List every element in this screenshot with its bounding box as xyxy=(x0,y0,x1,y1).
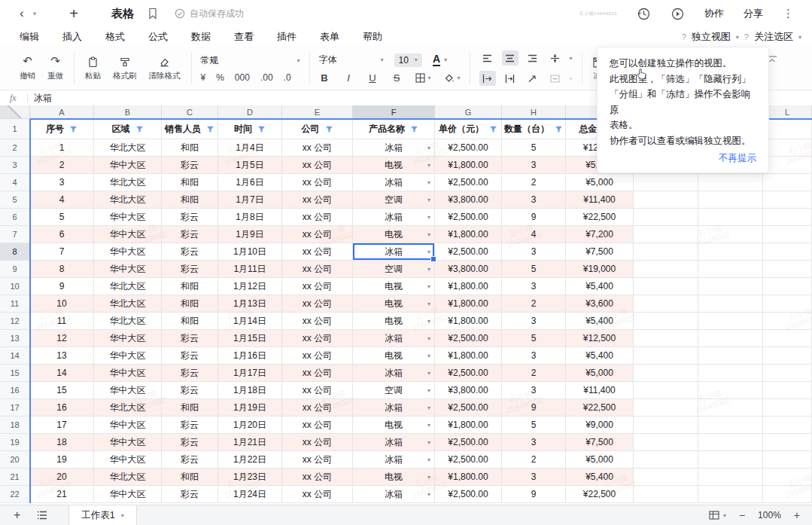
text-rotate-button[interactable] xyxy=(525,71,541,86)
font-color-button[interactable]: A▾ xyxy=(433,53,447,66)
cell-dropdown-caret-icon[interactable]: ▾ xyxy=(427,491,430,498)
column-header-D[interactable]: D xyxy=(218,105,282,119)
cell-L17[interactable] xyxy=(763,399,812,417)
cell-I19[interactable]: ¥7,500 xyxy=(566,434,634,451)
cell-L10[interactable] xyxy=(763,278,812,295)
cell-G3[interactable]: ¥1,800.00 xyxy=(435,157,502,174)
header-cell-E1[interactable]: 公司 xyxy=(282,119,353,139)
cell-A9[interactable]: 8 xyxy=(30,261,94,278)
row-header-8[interactable]: 8 xyxy=(0,243,30,261)
cell-H14[interactable]: 3 xyxy=(502,347,566,365)
cell-D20[interactable]: 1月22日 xyxy=(218,451,282,469)
cell-J10[interactable] xyxy=(634,278,698,295)
cell-L20[interactable] xyxy=(763,451,812,469)
cell-I17[interactable]: ¥22,500 xyxy=(566,399,634,417)
cell-K18[interactable] xyxy=(698,417,763,434)
cell-C6[interactable]: 彩云 xyxy=(162,209,218,226)
cell-dropdown-caret-icon[interactable]: ▾ xyxy=(427,162,430,169)
row-header-15[interactable]: 15 xyxy=(0,365,30,382)
cell-J20[interactable] xyxy=(634,451,698,469)
zoom-in-button[interactable]: + xyxy=(794,509,800,521)
cell-F16[interactable]: 空调▾ xyxy=(353,382,435,399)
cell-B5[interactable]: 华北大区 xyxy=(94,191,162,209)
cell-L16[interactable] xyxy=(763,382,812,399)
cell-E6[interactable]: xx 公司 xyxy=(282,209,353,226)
cell-D13[interactable]: 1月15日 xyxy=(218,330,282,347)
cell-B7[interactable]: 华中大区 xyxy=(94,226,162,243)
cell-G14[interactable]: ¥1,800.00 xyxy=(435,347,502,365)
cell-F18[interactable]: 电视▾ xyxy=(353,417,435,434)
cell-G12[interactable]: ¥1,800.00 xyxy=(435,313,502,330)
cell-dropdown-caret-icon[interactable]: ▾ xyxy=(427,439,430,446)
follow-selection-button[interactable]: 关注选区 xyxy=(754,30,793,44)
cell-D8[interactable]: 1月10日 xyxy=(218,243,282,261)
strikethrough-button[interactable]: S xyxy=(391,72,403,84)
cell-B2[interactable]: 华北大区 xyxy=(94,139,162,157)
cell-K17[interactable] xyxy=(698,399,763,417)
cell-L8[interactable] xyxy=(763,243,812,261)
cell-E5[interactable]: xx 公司 xyxy=(282,191,353,209)
cell-B13[interactable]: 华中大区 xyxy=(94,330,162,347)
row-header-18[interactable]: 18 xyxy=(0,417,30,434)
column-header-E[interactable]: E xyxy=(282,105,353,119)
cell-dropdown-caret-icon[interactable]: ▾ xyxy=(427,214,430,221)
cell-E7[interactable]: xx 公司 xyxy=(282,226,353,243)
cell-E18[interactable]: xx 公司 xyxy=(282,417,353,434)
cell-F20[interactable]: 冰箱▾ xyxy=(353,451,435,469)
cell-A13[interactable]: 12 xyxy=(30,330,94,347)
cell-E17[interactable]: xx 公司 xyxy=(282,399,353,417)
cell-E4[interactable]: xx 公司 xyxy=(282,174,353,191)
cell-J14[interactable] xyxy=(634,347,698,365)
cell-L22[interactable] xyxy=(763,486,812,503)
align-left-button[interactable] xyxy=(479,50,496,66)
cell-D7[interactable]: 1月9日 xyxy=(218,226,282,243)
merge-cells-button[interactable] xyxy=(547,71,564,86)
cell-A10[interactable]: 9 xyxy=(30,278,94,295)
menu-item-3[interactable]: 公式 xyxy=(148,30,168,44)
cell-K6[interactable] xyxy=(698,209,763,226)
cell-B21[interactable]: 华北大区 xyxy=(94,469,162,486)
vertical-align-button[interactable] xyxy=(547,50,564,66)
cell-K9[interactable] xyxy=(698,261,763,278)
merge-cells-caret-icon[interactable]: ▾ xyxy=(570,75,573,82)
cell-L19[interactable] xyxy=(763,434,812,451)
cell-B11[interactable]: 华北大区 xyxy=(94,295,162,313)
row-header-6[interactable]: 6 xyxy=(0,209,30,226)
column-header-H[interactable]: H xyxy=(502,105,566,119)
cell-L14[interactable] xyxy=(763,347,812,365)
cell-H18[interactable]: 5 xyxy=(502,417,566,434)
filter-icon[interactable] xyxy=(410,125,418,133)
independent-view-button[interactable]: 独立视图 xyxy=(692,30,731,44)
cell-J17[interactable] xyxy=(634,399,698,417)
row-header-22[interactable]: 22 xyxy=(0,486,30,503)
cell-C8[interactable]: 彩云 xyxy=(162,243,218,261)
menu-item-0[interactable]: 编辑 xyxy=(20,30,39,44)
cell-B6[interactable]: 华中大区 xyxy=(94,209,162,226)
independent-view-caret-icon[interactable]: ▾ xyxy=(736,34,739,41)
number-format-dropdown[interactable]: 常规▾ xyxy=(201,54,300,67)
cell-C7[interactable]: 彩云 xyxy=(162,226,218,243)
cell-E22[interactable]: xx 公司 xyxy=(282,486,353,503)
menu-item-8[interactable]: 帮助 xyxy=(363,30,382,44)
cell-D2[interactable]: 1月4日 xyxy=(218,139,282,157)
cell-I20[interactable]: ¥5,000 xyxy=(566,451,634,469)
cell-F2[interactable]: 冰箱▾ xyxy=(353,139,435,157)
cell-K20[interactable] xyxy=(698,451,763,469)
dismiss-tooltip-link[interactable]: 不再提示 xyxy=(610,152,756,165)
cell-D3[interactable]: 1月5日 xyxy=(218,157,282,174)
cell-A21[interactable]: 20 xyxy=(30,469,94,486)
cell-A6[interactable]: 5 xyxy=(30,209,94,226)
history-icon[interactable] xyxy=(637,7,651,21)
cell-C3[interactable]: 彩云 xyxy=(162,157,218,174)
cell-D6[interactable]: 1月8日 xyxy=(218,209,282,226)
cell-G5[interactable]: ¥3,800.00 xyxy=(435,191,502,209)
cell-H5[interactable]: 3 xyxy=(502,191,566,209)
font-family-dropdown[interactable]: 字体▾ xyxy=(319,53,384,66)
paste-button[interactable]: 粘贴 xyxy=(85,55,101,81)
cell-E9[interactable]: xx 公司 xyxy=(282,261,353,278)
cell-H20[interactable]: 2 xyxy=(502,451,566,469)
row-header-1[interactable]: 1 xyxy=(0,119,30,139)
cell-C20[interactable]: 彩云 xyxy=(162,451,218,469)
cell-dropdown-caret-icon[interactable]: ▾ xyxy=(427,318,430,325)
formula-input[interactable]: 冰箱 xyxy=(34,92,52,105)
